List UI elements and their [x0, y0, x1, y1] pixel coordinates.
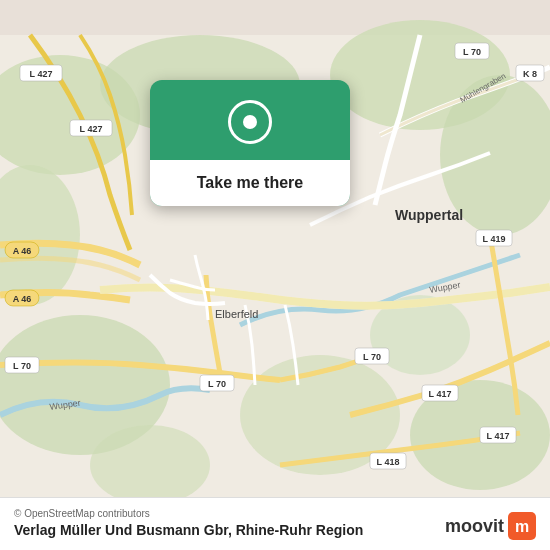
moovit-icon: m [508, 512, 536, 540]
svg-text:L 427: L 427 [30, 69, 53, 79]
svg-text:L 70: L 70 [463, 47, 481, 57]
pin-inner [243, 115, 257, 129]
svg-text:K 8: K 8 [523, 69, 537, 79]
svg-text:Wuppertal: Wuppertal [395, 207, 463, 223]
svg-text:L 70: L 70 [13, 361, 31, 371]
svg-text:L 427: L 427 [80, 124, 103, 134]
svg-text:L 70: L 70 [363, 352, 381, 362]
bottom-bar: © OpenStreetMap contributors Verlag Müll… [0, 497, 550, 550]
svg-text:L 70: L 70 [208, 379, 226, 389]
svg-text:L 417: L 417 [429, 389, 452, 399]
svg-text:Elberfeld: Elberfeld [215, 308, 258, 320]
map-container: L 427 L 427 A 46 A 46 L 70 L 70 L 70 L 4… [0, 0, 550, 550]
take-me-there-button[interactable]: Take me there [150, 160, 350, 206]
popup-card: Take me there [150, 80, 350, 206]
moovit-logo: moovit m [445, 512, 536, 540]
svg-text:A 46: A 46 [13, 246, 32, 256]
svg-text:A 46: A 46 [13, 294, 32, 304]
svg-point-9 [90, 425, 210, 505]
svg-text:L 419: L 419 [483, 234, 506, 244]
svg-text:m: m [515, 518, 529, 535]
moovit-text: moovit [445, 516, 504, 537]
location-pin-icon [228, 100, 272, 144]
svg-text:L 418: L 418 [377, 457, 400, 467]
svg-text:L 417: L 417 [487, 431, 510, 441]
